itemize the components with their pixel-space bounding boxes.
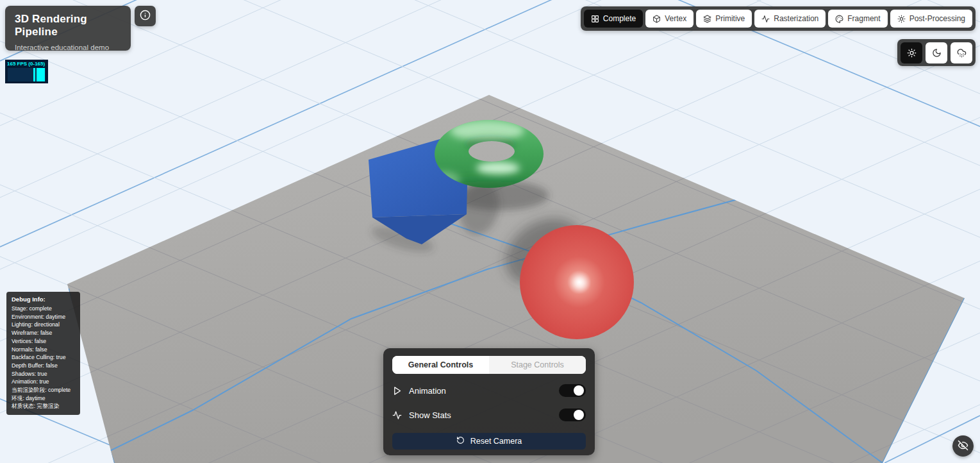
toggle-knob [574,410,584,420]
sun-icon [907,48,917,58]
toggle-label: Show Stats [409,410,559,420]
fps-graph [8,68,46,81]
animation-row: Animation [392,383,586,398]
activity-icon [392,410,402,420]
stage-button-primitive[interactable]: Primitive [696,10,752,28]
moon-icon [932,48,942,58]
environment-toolbar [897,39,976,66]
show-stats-toggle[interactable] [559,408,586,421]
show-stats-row: Show Stats [392,407,586,423]
debug-line: Vertices: false [12,337,75,346]
debug-line: Animation: true [12,378,75,386]
debug-line: 材质状态: 完整渲染 [12,402,75,410]
debug-panel: Debug Info: Stage: complete Environment:… [6,292,80,415]
stage-button-label: Vertex [665,14,686,23]
fps-bar [37,68,45,81]
tab-stage-controls[interactable]: Stage Controls [489,356,586,374]
fps-meter[interactable]: 165 FPS (0-165) [5,60,48,83]
grid-icon [591,15,599,23]
stage-button-rasterization[interactable]: Rasterization [754,10,826,28]
tab-general-controls[interactable]: General Controls [392,356,489,374]
eye-off-icon [958,440,968,453]
fps-label: 165 FPS (0-165) [7,61,46,67]
toggle-knob [574,385,584,396]
sun-icon [897,15,906,23]
page-title: 3D Rendering Pipeline [15,13,121,38]
cloud-drizzle-icon [957,48,967,58]
layers-icon [703,15,711,23]
debug-line: Depth Buffer: false [12,362,75,370]
environment-button-rain[interactable] [951,42,972,63]
activity-icon [761,15,770,23]
control-panel: General Controls Stage Controls Animatio… [383,348,595,455]
fps-bar [33,68,35,81]
stage-button-vertex[interactable]: Vertex [645,10,693,28]
reset-camera-label: Reset Camera [470,437,522,446]
stage-button-post-processing[interactable]: Post-Processing [890,10,972,28]
debug-line: Lighting: directional [12,321,75,329]
rotate-ccw-icon [456,436,465,446]
environment-button-daytime[interactable] [901,42,922,63]
info-button[interactable] [135,6,156,26]
hide-ui-button[interactable] [952,435,974,457]
animation-toggle[interactable] [559,384,586,397]
stage-button-fragment[interactable]: Fragment [828,10,887,28]
debug-line: Shadows: true [12,370,75,378]
debug-line: 环境: daytime [12,394,75,403]
stage-button-label: Complete [603,14,636,23]
debug-line: Normals: false [12,346,75,354]
debug-line: Environment: daytime [12,313,75,321]
toggle-label: Animation [409,386,559,396]
stage-button-complete[interactable]: Complete [584,10,643,28]
debug-line: Stage: complete [12,305,75,313]
reset-camera-button[interactable]: Reset Camera [392,433,586,450]
stage-button-label: Fragment [847,14,880,23]
stage-button-label: Rasterization [774,14,818,23]
sphere-mesh [520,225,634,339]
debug-line: Wireframe: false [12,329,75,337]
stage-button-label: Primitive [715,14,745,23]
debug-line: 当前渲染阶段: complete [12,386,75,394]
stage-toolbar: Complete Vertex Primitive Rasterization … [581,6,976,31]
tab-bar: General Controls Stage Controls [392,356,586,374]
palette-icon [835,15,843,23]
title-card: 3D Rendering Pipeline Interactive educat… [5,6,131,51]
debug-line: Backface Culling: true [12,353,75,362]
info-icon [140,10,151,22]
page-subtitle: Interactive educational demo [15,44,121,51]
app-root: { "header": { "title": "3D Rendering Pip… [0,0,980,463]
debug-title: Debug Info: [12,296,75,303]
stage-button-label: Post-Processing [909,14,965,23]
environment-button-night[interactable] [926,42,947,63]
play-icon [392,386,402,396]
box-icon [652,15,661,23]
